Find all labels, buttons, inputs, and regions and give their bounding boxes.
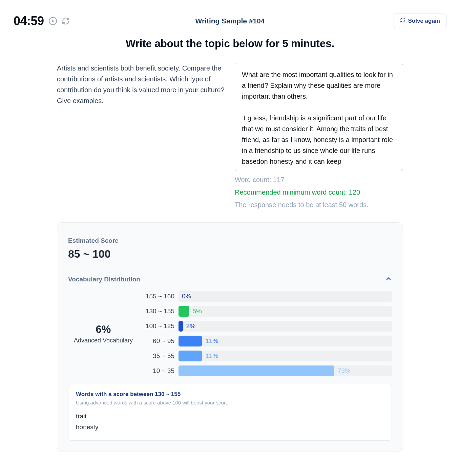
min-words-note: The response needs to be at least 50 wor… xyxy=(235,201,403,209)
chart-row: 35 ~ 5511% xyxy=(141,351,392,361)
chevron-up-icon[interactable] xyxy=(385,275,392,283)
chart-category: 100 ~ 125 xyxy=(141,322,174,330)
play-icon[interactable] xyxy=(49,17,57,25)
chart-category: 155 ~ 160 xyxy=(141,293,174,300)
chart-row: 130 ~ 1555% xyxy=(141,306,392,317)
answer-column: What are the most important qualities to… xyxy=(235,63,403,209)
tip-box: Words with a score between 130 ~ 155 Usi… xyxy=(68,384,392,441)
chart-rows: 155 ~ 1600%130 ~ 1555%100 ~ 1252%60 ~ 95… xyxy=(141,291,392,376)
answer-textarea[interactable]: What are the most important qualities to… xyxy=(235,63,403,171)
chart-row: 155 ~ 1600% xyxy=(141,291,392,302)
advanced-summary: 6% Advanced Vocabulary xyxy=(68,323,141,344)
score-card: Estimated Score 85 ~ 100 Vocabulary Dist… xyxy=(57,222,403,452)
chart-row: 10 ~ 3573% xyxy=(141,365,392,376)
tip-subtitle: Using advanced words with a score above … xyxy=(76,400,384,405)
refresh-icon[interactable] xyxy=(62,17,70,25)
bar-value-label: 11% xyxy=(205,352,218,360)
bar-value-label: 0% xyxy=(182,293,191,300)
vocab-title: Vocabulary Distribution xyxy=(68,276,140,283)
refresh-icon xyxy=(400,17,405,24)
advanced-pct: 6% xyxy=(68,323,139,336)
content-row: Artists and scientists both benefit soci… xyxy=(14,63,446,209)
solve-again-label: Solve again xyxy=(408,18,440,24)
prompt-heading: Write about the topic below for 5 minute… xyxy=(14,38,446,50)
advanced-label: Advanced Vocabulary xyxy=(68,337,139,344)
score-title: Estimated Score xyxy=(68,237,392,244)
bar-value-label: 11% xyxy=(205,337,218,345)
word-count: Word count: 117 xyxy=(235,176,403,184)
bar-fill xyxy=(179,365,334,376)
vocab-header: Vocabulary Distribution xyxy=(68,275,392,283)
bar-value-label: 2% xyxy=(186,322,195,330)
vocab-chart: 6% Advanced Vocabulary 155 ~ 1600%130 ~ … xyxy=(68,291,392,376)
chart-category: 35 ~ 55 xyxy=(141,352,174,360)
bar-track: 73% xyxy=(179,365,392,376)
tip-word: trait xyxy=(76,411,384,422)
bar-fill xyxy=(179,336,202,346)
bar-track: 5% xyxy=(179,306,392,317)
bar-fill xyxy=(179,351,202,361)
bar-track: 0% xyxy=(179,291,392,302)
bar-fill xyxy=(179,321,183,332)
bar-value-label: 73% xyxy=(338,367,351,375)
recommended-count: Recommended minimum word count: 120 xyxy=(235,189,403,196)
chart-category: 130 ~ 155 xyxy=(141,308,174,315)
page-title: Writing Sample #104 xyxy=(195,17,265,25)
chart-category: 60 ~ 95 xyxy=(141,337,174,345)
solve-again-button[interactable]: Solve again xyxy=(394,14,446,28)
chart-category: 10 ~ 35 xyxy=(141,367,174,375)
tip-word: honesty xyxy=(76,422,384,433)
bar-track: 2% xyxy=(179,321,392,332)
bar-track: 11% xyxy=(179,351,392,361)
prompt-text: Artists and scientists both benefit soci… xyxy=(57,63,225,209)
chart-row: 100 ~ 1252% xyxy=(141,321,392,332)
bar-fill xyxy=(179,306,189,317)
top-bar: 04:59 Writing Sample #104 Solve again xyxy=(14,14,446,28)
timer-group: 04:59 xyxy=(14,14,70,28)
tip-title: Words with a score between 130 ~ 155 xyxy=(76,391,384,398)
tip-words: traithonesty xyxy=(76,411,384,433)
timer-display: 04:59 xyxy=(14,14,44,28)
score-range: 85 ~ 100 xyxy=(68,248,392,260)
bar-track: 11% xyxy=(179,336,392,346)
chart-row: 60 ~ 9511% xyxy=(141,336,392,346)
bar-value-label: 5% xyxy=(193,308,202,315)
